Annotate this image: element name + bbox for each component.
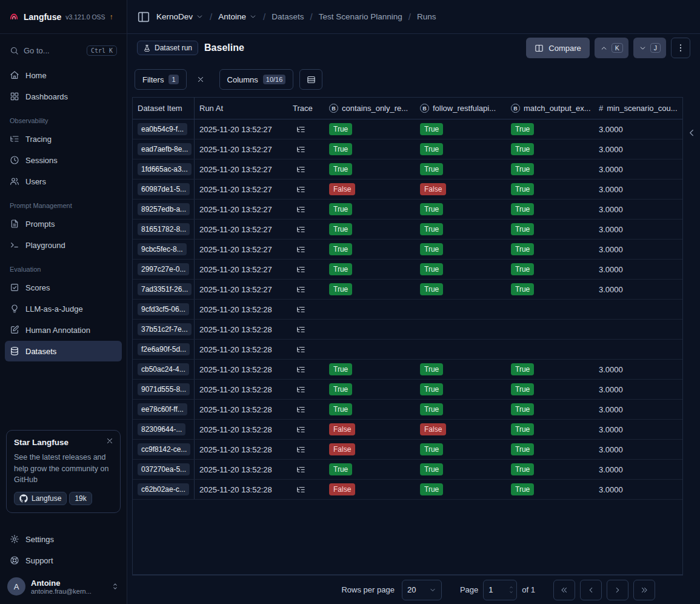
trace-button[interactable]	[293, 461, 308, 477]
columns-button[interactable]: Columns 10/16	[219, 69, 294, 90]
dataset-item-id[interactable]: 81651782-8...	[138, 223, 190, 235]
sidebar-item-settings[interactable]: Settings	[5, 529, 122, 549]
trace-button[interactable]	[293, 381, 308, 397]
table-row[interactable]: 37b51c2f-7e... 2025-11-20 13:52:28	[133, 320, 682, 340]
clear-filters-button[interactable]	[193, 72, 208, 87]
trace-button[interactable]	[293, 221, 308, 237]
dataset-item-id[interactable]: f2e6a90f-5d...	[138, 343, 190, 355]
sidebar-item-tracing[interactable]: Tracing	[5, 129, 122, 149]
sidebar-item-sessions[interactable]: Sessions	[5, 150, 122, 170]
dataset-item-id[interactable]: 60987de1-5...	[138, 183, 190, 195]
collapse-panel-icon[interactable]	[686, 127, 697, 138]
table-row[interactable]: cc9f8142-ce... 2025-11-20 13:52:28 False…	[133, 440, 682, 460]
trace-button[interactable]	[293, 241, 308, 257]
column-header-match-output[interactable]: Bmatch_output_ex...	[506, 98, 594, 119]
column-header-contains-only[interactable]: Bcontains_only_re...	[324, 98, 415, 119]
table-row[interactable]: f2e6a90f-5d... 2025-11-20 13:52:28	[133, 340, 682, 360]
dataset-item-id[interactable]: c62b02ae-c...	[138, 483, 189, 495]
compare-button[interactable]: Compare	[526, 38, 589, 58]
breadcrumb-runs-link[interactable]: Runs	[417, 12, 436, 21]
dataset-item-id[interactable]: ead7aefb-8e...	[138, 143, 192, 155]
column-header-run-at[interactable]: Run At	[195, 98, 288, 119]
dataset-item-id[interactable]: 9071d555-8...	[138, 383, 190, 395]
column-header-dataset-item[interactable]: Dataset Item	[133, 98, 195, 119]
dataset-item-id[interactable]: cb50ac24-4...	[138, 363, 189, 375]
table-row[interactable]: 1fd665ac-a3... 2025-11-20 13:52:27 True …	[133, 159, 682, 180]
dataset-item-id[interactable]: 9cbc5fec-8...	[138, 243, 187, 255]
next-run-button[interactable]: J	[633, 38, 666, 58]
page-stepper[interactable]	[508, 585, 514, 594]
dataset-item-id[interactable]: 82309644-...	[138, 423, 185, 435]
sidebar-item-scores[interactable]: Scores	[5, 277, 122, 298]
close-icon[interactable]	[105, 437, 114, 445]
table-row[interactable]: 9cfd3cf5-06... 2025-11-20 13:52:28	[133, 300, 682, 320]
trace-button[interactable]	[293, 341, 308, 357]
dataset-item-id[interactable]: 037270ea-5...	[138, 463, 190, 475]
row-height-button[interactable]	[299, 69, 322, 90]
trace-button[interactable]	[293, 441, 308, 457]
table-row[interactable]: 2997c27e-0... 2025-11-20 13:52:27 True T…	[133, 260, 682, 280]
sidebar-item-playground[interactable]: Playground	[5, 235, 122, 255]
table-row[interactable]: 9cbc5fec-8... 2025-11-20 13:52:27 True T…	[133, 240, 682, 260]
user-menu[interactable]: A Antoine antoine.frau@kern...	[0, 571, 127, 602]
previous-run-button[interactable]: K	[595, 38, 628, 58]
breadcrumb-dataset-link[interactable]: Test Scenario Planning	[319, 12, 402, 21]
trace-button[interactable]	[293, 181, 308, 197]
table-row[interactable]: ead7aefb-8e... 2025-11-20 13:52:27 True …	[133, 139, 682, 159]
last-page-button[interactable]	[633, 580, 655, 600]
trace-button[interactable]	[293, 421, 308, 437]
table-row[interactable]: 81651782-8... 2025-11-20 13:52:27 True T…	[133, 220, 682, 240]
sidebar-item-support[interactable]: Support	[5, 550, 122, 571]
trace-button[interactable]	[293, 261, 308, 277]
column-header-min-scenario[interactable]: #min_scenario_cou...	[594, 98, 682, 119]
table-row[interactable]: cb50ac24-4... 2025-11-20 13:52:28 True T…	[133, 360, 682, 380]
dataset-item-id[interactable]: cc9f8142-ce...	[138, 443, 190, 455]
trace-button[interactable]	[293, 321, 308, 337]
table-row[interactable]: 82309644-... 2025-11-20 13:52:28 False F…	[133, 420, 682, 440]
more-actions-button[interactable]	[671, 38, 690, 58]
table-row[interactable]: 89257edb-a... 2025-11-20 13:52:27 True T…	[133, 200, 682, 220]
star-count-badge[interactable]: 19k	[69, 492, 92, 505]
dataset-item-id[interactable]: 1fd665ac-a3...	[138, 163, 192, 175]
update-indicator[interactable]: ↑	[110, 13, 113, 21]
breadcrumb-org[interactable]: KernoDev	[156, 12, 204, 21]
dataset-item-id[interactable]: 2997c27e-0...	[138, 263, 189, 275]
table-row[interactable]: 037270ea-5... 2025-11-20 13:52:28 True T…	[133, 460, 682, 480]
previous-page-button[interactable]	[580, 580, 602, 600]
first-page-button[interactable]	[553, 580, 575, 600]
sidebar-item-dashboards[interactable]: Dashboards	[5, 86, 122, 107]
dataset-item-id[interactable]: 7ad3351f-26...	[138, 283, 192, 295]
breadcrumb-project[interactable]: Antoine	[218, 12, 257, 21]
rows-per-page-select[interactable]: 20	[402, 580, 442, 600]
trace-button[interactable]	[293, 482, 308, 497]
goto-search[interactable]: Go to... Ctrl K	[5, 40, 122, 61]
filters-button[interactable]: Filters 1	[135, 69, 187, 90]
sidebar-item-home[interactable]: Home	[5, 65, 122, 86]
trace-button[interactable]	[293, 201, 308, 217]
trace-button[interactable]	[293, 141, 308, 157]
trace-button[interactable]	[293, 161, 308, 177]
dataset-item-id[interactable]: 37b51c2f-7e...	[138, 323, 192, 335]
panel-left-icon[interactable]	[137, 10, 150, 24]
table-row[interactable]: ea0b54c9-f... 2025-11-20 13:52:27 True T…	[133, 119, 682, 139]
sidebar-item-prompts[interactable]: Prompts	[5, 213, 122, 234]
dataset-item-id[interactable]: 89257edb-a...	[138, 203, 190, 215]
trace-button[interactable]	[293, 361, 308, 377]
table-row[interactable]: c62b02ae-c... 2025-11-20 13:52:28 False …	[133, 480, 682, 500]
dataset-item-id[interactable]: ee78c60f-ff...	[138, 403, 187, 415]
page-number-input[interactable]	[488, 585, 508, 594]
sidebar-item-users[interactable]: Users	[5, 171, 122, 192]
column-header-trace[interactable]: Trace	[288, 98, 324, 119]
next-page-button[interactable]	[607, 580, 628, 600]
dataset-item-id[interactable]: 9cfd3cf5-06...	[138, 303, 189, 315]
sidebar-item-human-annotation[interactable]: Human Annotation	[5, 320, 122, 340]
breadcrumb-datasets-link[interactable]: Datasets	[272, 12, 304, 21]
trace-button[interactable]	[293, 281, 308, 297]
trace-button[interactable]	[293, 401, 308, 417]
column-header-follow-restful[interactable]: Bfollow_restfulapi...	[415, 98, 506, 119]
table-row[interactable]: ee78c60f-ff... 2025-11-20 13:52:28 True …	[133, 400, 682, 420]
table-row[interactable]: 60987de1-5... 2025-11-20 13:52:27 False …	[133, 180, 682, 200]
sidebar-item-llm-as-a-judge[interactable]: LLM-as-a-Judge	[5, 298, 122, 319]
trace-button[interactable]	[293, 301, 308, 317]
github-star-button[interactable]: Langfuse	[14, 492, 67, 505]
